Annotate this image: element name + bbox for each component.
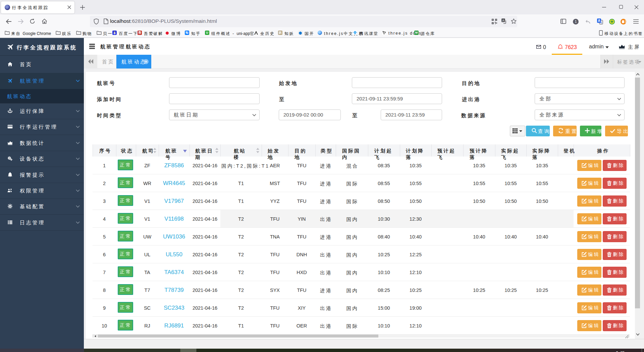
svg-text:x: x	[601, 21, 602, 24]
svg-text:A: A	[502, 19, 504, 22]
svg-text:A: A	[598, 19, 600, 23]
